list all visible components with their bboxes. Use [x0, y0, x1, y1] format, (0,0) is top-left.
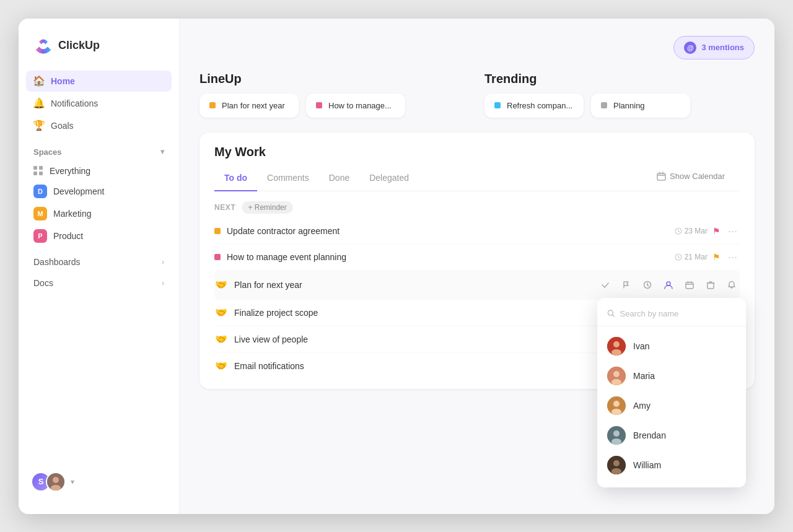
dropdown-person-maria[interactable]: Maria: [597, 361, 746, 391]
sidebar-item-home-label: Home: [51, 76, 75, 86]
check-action-icon[interactable]: [597, 277, 613, 293]
sidebar-item-notifications-label: Notifications: [51, 98, 98, 108]
sidebar-item-docs[interactable]: Docs ›: [26, 273, 172, 293]
lineup-card-1[interactable]: How to manage...: [306, 94, 405, 118]
main-content: @ 3 mentions LineUp Plan for next year H…: [180, 19, 774, 514]
dropdown-person-william[interactable]: William: [597, 450, 746, 480]
person-ivan-name: Ivan: [633, 341, 649, 351]
lineup-trending-row: LineUp Plan for next year How to manage.…: [199, 72, 755, 118]
tab-comments[interactable]: Comments: [257, 168, 319, 191]
sidebar-item-goals[interactable]: 🏆 Goals: [26, 115, 172, 136]
lineup-card-label-0: Plan for next year: [222, 101, 285, 110]
svg-point-16: [667, 282, 670, 286]
dropdown-person-ivan[interactable]: Ivan: [597, 331, 746, 361]
sidebar-item-notifications[interactable]: 🔔 Notifications: [26, 93, 172, 114]
svg-rect-3: [657, 173, 665, 180]
svg-point-32: [613, 401, 620, 407]
tab-todo[interactable]: To do: [214, 168, 257, 191]
show-calendar-button[interactable]: Show Calendar: [657, 172, 740, 187]
my-work-title: My Work: [214, 145, 740, 159]
sidebar-item-development[interactable]: D Development: [19, 180, 179, 203]
sidebar-item-everything[interactable]: Everything: [19, 162, 179, 180]
everything-grid-icon: [33, 166, 43, 176]
footer-avatars[interactable]: S: [31, 472, 66, 492]
spaces-section-header: Spaces ▾: [19, 136, 179, 162]
dropdown-person-amy[interactable]: Amy: [597, 391, 746, 421]
dropdown-person-brendan[interactable]: Brendan: [597, 421, 746, 450]
marketing-label: Marketing: [53, 209, 91, 219]
task-icon-6: 🤝: [214, 359, 228, 373]
person-maria-name: Maria: [633, 371, 655, 381]
development-badge: D: [33, 185, 47, 198]
tabs-row: To do Comments Done Delegated: [214, 168, 740, 191]
task-dot-2: [214, 254, 221, 260]
avatar-brendan: [607, 426, 626, 445]
reminder-badge[interactable]: + Reminder: [242, 201, 292, 214]
my-work-section: My Work To do Comments Done Deleg: [199, 133, 755, 389]
sidebar-item-product[interactable]: P Product: [19, 225, 179, 247]
trending-card-0[interactable]: Refresh compan...: [484, 94, 584, 118]
task-name-2[interactable]: How to manage event planning: [227, 252, 668, 262]
docs-arrow-icon: ›: [162, 279, 164, 287]
app-name: ClickUp: [58, 39, 100, 52]
product-label: Product: [53, 231, 83, 241]
at-icon: @: [684, 41, 696, 54]
search-input[interactable]: [620, 309, 736, 318]
bell-icon: 🔔: [33, 98, 45, 109]
svg-line-9: [678, 232, 680, 232]
task-meta-2: 21 Mar ⚑ ···: [675, 251, 740, 264]
assign-action-icon[interactable]: [660, 277, 677, 293]
task-dot-1: [214, 228, 221, 234]
trending-card-1[interactable]: Planning: [591, 94, 690, 118]
trending-card-dot-0: [494, 102, 501, 108]
spaces-chevron-icon[interactable]: ▾: [160, 147, 164, 156]
clickup-logo-icon: [33, 36, 53, 56]
avatar-ivan: [607, 337, 626, 355]
lineup-card-0[interactable]: Plan for next year: [199, 94, 299, 118]
clock-icon: [675, 253, 682, 261]
task-row: Update contractor agreement 23 Mar ⚑ ···: [214, 219, 740, 245]
calendar-action-icon[interactable]: [681, 277, 698, 293]
sidebar-item-marketing[interactable]: M Marketing: [19, 203, 179, 225]
assign-dropdown: Ivan Maria Amy: [597, 298, 746, 487]
svg-line-15: [647, 285, 649, 286]
sidebar-item-dashboards[interactable]: Dashboards ›: [26, 252, 172, 272]
task-date-2: 21 Mar: [675, 253, 708, 261]
trophy-icon: 🏆: [33, 120, 45, 131]
work-list: Next + Reminder Update contractor agreem…: [199, 191, 755, 389]
footer-chevron-icon[interactable]: ▾: [71, 477, 74, 486]
trending-cards: Refresh compan... Planning: [484, 94, 755, 118]
svg-line-24: [613, 315, 615, 316]
lineup-card-label-1: How to manage...: [328, 101, 392, 110]
clock-action-icon[interactable]: [639, 277, 655, 293]
logo: ClickUp: [19, 36, 179, 71]
development-label: Development: [53, 186, 105, 196]
product-badge: P: [33, 229, 47, 243]
delete-action-icon[interactable]: [703, 277, 719, 293]
task-more-1[interactable]: ···: [725, 225, 740, 238]
mentions-badge[interactable]: @ 3 mentions: [673, 36, 755, 59]
svg-point-36: [611, 438, 621, 445]
person-brendan-name: Brendan: [633, 430, 666, 440]
lineup-card-dot-0: [209, 102, 216, 108]
task-date-1: 23 Mar: [675, 227, 708, 235]
tab-done[interactable]: Done: [319, 168, 359, 191]
task-flag-1: ⚑: [712, 226, 721, 236]
avatar-william: [607, 456, 626, 474]
tab-delegated[interactable]: Delegated: [359, 168, 419, 191]
bell-action-icon[interactable]: [724, 277, 740, 293]
task-row-hovered: 🤝 Plan for next year: [214, 271, 740, 300]
task-actions-3: [597, 277, 740, 293]
task-name-3[interactable]: Plan for next year: [234, 280, 591, 290]
search-icon: [607, 309, 615, 318]
task-icon-4: 🤝: [214, 306, 228, 320]
flag-action-icon[interactable]: [618, 277, 634, 293]
task-icon-3: 🤝: [214, 278, 228, 292]
mentions-count: 3 mentions: [701, 43, 744, 52]
task-name-1[interactable]: Update contractor agreement: [227, 226, 668, 236]
trending-title: Trending: [484, 72, 755, 86]
task-row: How to manage event planning 21 Mar ⚑ ··…: [214, 245, 740, 271]
sidebar-item-home[interactable]: 🏠 Home: [26, 71, 172, 92]
avatar-face-icon: [47, 473, 64, 491]
task-more-2[interactable]: ···: [725, 251, 740, 264]
